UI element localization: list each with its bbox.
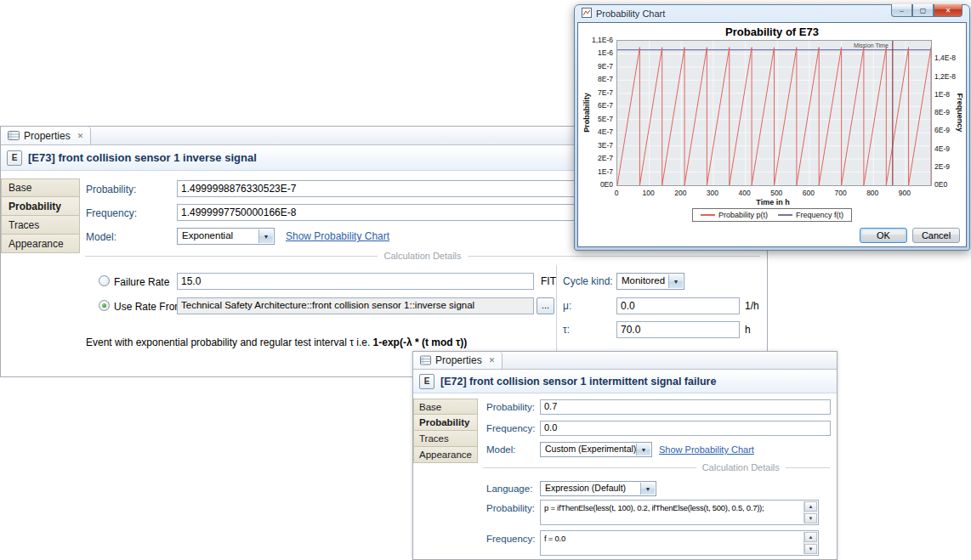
axis-tick-label: 400 (732, 189, 758, 197)
tab-probability[interactable]: Probability (1, 197, 80, 216)
properties-view-e72: Properties ✕ E [E72] front collision sen… (412, 351, 838, 560)
expression-text: f = 0.0 (544, 534, 801, 543)
probability-chart-window: Probability Chart – ▢ ✕ Probability of E… (574, 4, 970, 251)
axis-tick-label: 300 (700, 189, 725, 197)
axis-tick-label: 1E-7 (578, 167, 613, 176)
show-probability-chart-link[interactable]: Show Probability Chart (659, 444, 754, 455)
tau-field[interactable]: 70.0 (616, 321, 740, 338)
language-dropdown[interactable]: Expression (Default) ▼ (540, 481, 656, 496)
probability-series-swatch (701, 214, 715, 216)
model-dropdown[interactable]: Custom (Experimental) ▼ (540, 442, 652, 457)
properties-icon (420, 355, 431, 365)
tab-probability[interactable]: Probability (413, 415, 478, 431)
window-titlebar[interactable]: Probability Chart (582, 8, 665, 20)
maximize-button[interactable]: ▢ (912, 4, 934, 17)
section-label: Calculation Details (702, 462, 780, 472)
probability-expression-field[interactable]: p = ifThenElse(less(t, 100), 0.2, ifThen… (540, 500, 819, 525)
properties-view-tab[interactable]: Properties ✕ (413, 352, 503, 369)
field-scrollbar[interactable]: ▲ ▼ (803, 501, 817, 523)
failure-rate-field[interactable]: 15.0 (177, 273, 534, 290)
axis-tick-label: 100 (636, 189, 662, 197)
axis-tick-label: 2E-7 (578, 154, 613, 162)
axis-tick-label: 0 (604, 189, 629, 197)
frequency-field[interactable]: 0.0 (540, 421, 831, 436)
tab-base[interactable]: Base (413, 399, 478, 415)
model-description-note: Event with exponential probability and r… (86, 337, 467, 348)
fit-unit-label: FIT (541, 275, 556, 287)
use-rate-from-radio[interactable] (99, 300, 110, 311)
properties-view-tab[interactable]: Properties ✕ (1, 127, 91, 144)
view-tab-label: Properties (24, 130, 71, 142)
probability-label: Probability: (486, 402, 535, 412)
close-icon[interactable]: ✕ (77, 132, 84, 140)
tab-appearance[interactable]: Appearance (413, 447, 478, 463)
axis-tick-label: 700 (828, 189, 854, 197)
mu-field[interactable]: 0.0 (616, 297, 740, 314)
field-scrollbar[interactable]: ▲ ▼ (803, 532, 817, 554)
scroll-down-icon[interactable]: ▼ (804, 513, 817, 523)
legend-frequency-label: Frequency f(t) (796, 211, 843, 219)
failure-rate-radio[interactable] (99, 275, 110, 286)
axis-tick-label: 500 (764, 189, 789, 197)
window-title: Probability Chart (596, 8, 665, 19)
axis-tick-label: 1,4E-8 (934, 54, 967, 62)
tab-traces[interactable]: Traces (1, 216, 80, 235)
frequency-label: Frequency: (86, 207, 137, 219)
scroll-up-icon[interactable]: ▲ (804, 532, 817, 542)
dropdown-value: Expression (Default) (545, 483, 626, 493)
browse-button[interactable]: ... (537, 297, 554, 314)
probability-form: Probability: 0.7 Frequency: 0.0 Model: C… (478, 393, 837, 559)
dropdown-value: Monitored (622, 275, 665, 286)
mission-time-label: Mission Time (825, 42, 889, 48)
tab-base[interactable]: Base (1, 178, 80, 197)
axis-tick-label: 0E0 (934, 180, 967, 189)
axis-tick-label: 2E-9 (934, 162, 967, 171)
show-probability-chart-link[interactable]: Show Probability Chart (286, 230, 389, 242)
minimize-button[interactable]: – (891, 4, 912, 17)
axis-tick-label: 9E-7 (578, 62, 613, 71)
plot-area (616, 40, 932, 186)
dropdown-value: Custom (Experimental) (545, 444, 636, 454)
scroll-down-icon[interactable]: ▼ (804, 544, 817, 554)
axis-tick-label: 4E-7 (578, 127, 613, 136)
frequency-label: Frequency: (486, 423, 536, 433)
axis-tick-label: 7E-7 (578, 88, 613, 97)
probability-field[interactable]: 0.7 (540, 399, 831, 415)
axis-tick-label: 1E-6 (578, 48, 613, 57)
form-header: E [E72] front collision sensor 1 intermi… (413, 370, 837, 393)
tau-label: τ: (563, 324, 570, 336)
tau-unit-label: h (745, 324, 751, 336)
view-tabbar: Properties ✕ (413, 352, 837, 370)
scroll-up-icon[interactable]: ▲ (804, 501, 817, 512)
model-label: Model: (86, 231, 116, 243)
mu-label: μ: (563, 300, 571, 312)
use-rate-from-field[interactable]: Technical Safety Architecture::front col… (177, 297, 534, 314)
note-text: Event with exponential probability and r… (86, 337, 373, 348)
ok-button[interactable]: OK (860, 228, 907, 243)
cycle-kind-label: Cycle kind: (563, 275, 613, 287)
close-button[interactable]: ✕ (934, 4, 962, 17)
calculation-details-separator: Calculation Details (483, 462, 830, 472)
cancel-button[interactable]: Cancel (912, 228, 960, 243)
section-label: Calculation Details (383, 251, 461, 261)
model-dropdown[interactable]: Exponential ▼ (177, 228, 275, 245)
axis-tick-label: 6E-7 (578, 101, 613, 110)
frequency-expression-label: Frequency: (486, 534, 536, 544)
axis-tick-label: 900 (892, 189, 917, 197)
chart-legend: Probability p(t) Frequency f(t) (692, 208, 852, 222)
chevron-down-icon: ▼ (636, 444, 650, 455)
close-icon[interactable]: ✕ (489, 356, 496, 365)
cycle-kind-dropdown[interactable]: Monitored ▼ (616, 273, 684, 290)
frequency-expression-field[interactable]: f = 0.0 ▲ ▼ (540, 530, 819, 556)
axis-tick-label: 1,1E-6 (578, 36, 613, 44)
tab-appearance[interactable]: Appearance (1, 235, 80, 253)
chevron-down-icon: ▼ (668, 274, 683, 288)
axis-tick-label: 800 (860, 189, 885, 197)
page-title: [E72] front collision sensor 1 intermitt… (440, 376, 716, 387)
chart-dialog-body: Probability of E73 Probability Frequency… (577, 22, 967, 247)
probability-label: Probability: (86, 184, 136, 195)
tab-traces[interactable]: Traces (413, 431, 478, 447)
dropdown-value: Exponential (182, 230, 233, 240)
category-tab-list: Base Probability Traces Appearance (1, 170, 80, 376)
axis-tick-label: 8E-9 (934, 108, 967, 116)
